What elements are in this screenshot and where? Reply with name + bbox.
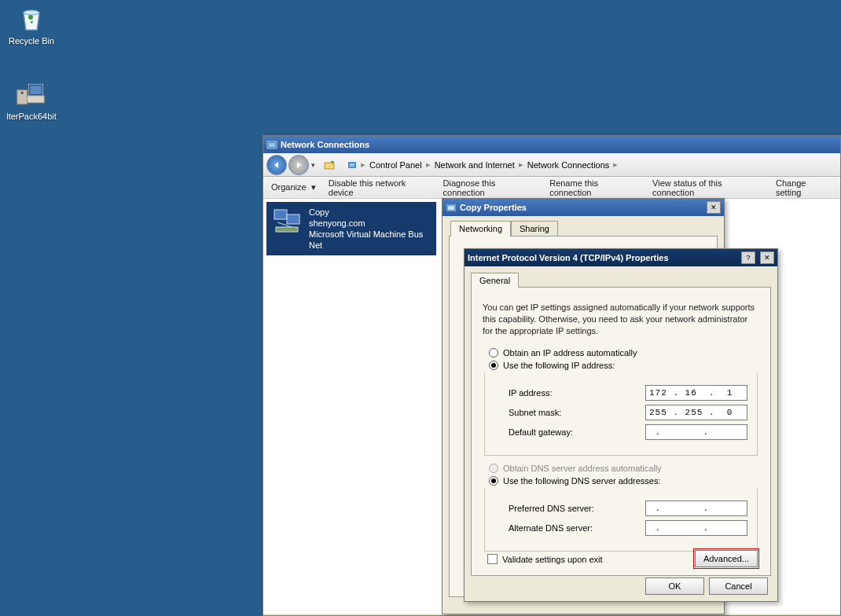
- ip-fieldset: IP address: Subnet mask: Default gateway…: [484, 373, 758, 456]
- tab-general[interactable]: General: [471, 273, 519, 288]
- close-button[interactable]: ✕: [707, 201, 721, 214]
- titlebar[interactable]: Network Connections: [263, 136, 840, 153]
- radio-obtain-ip-auto[interactable]: Obtain an IP address automatically: [489, 348, 759, 358]
- radio-icon: [489, 476, 498, 486]
- nav-toolbar: ▾ ▸ Control Panel ▸ Network and Internet…: [263, 153, 840, 177]
- titlebar[interactable]: Internet Protocol Version 4 (TCP/IPv4) P…: [465, 249, 777, 266]
- ip-address-label: IP address:: [509, 388, 552, 398]
- tab-strip: General: [471, 273, 771, 288]
- change-settings-cmd[interactable]: Change setting: [776, 178, 832, 197]
- command-bar: Organize ▾ Disable this network device D…: [263, 177, 840, 199]
- history-dropdown-icon[interactable]: ▾: [311, 161, 315, 169]
- svg-rect-10: [350, 163, 354, 167]
- svg-rect-11: [274, 210, 287, 219]
- diagnose-cmd[interactable]: Diagnose this connection: [443, 178, 538, 197]
- radio-use-dns[interactable]: Use the following DNS server addresses:: [489, 476, 759, 486]
- tab-networking[interactable]: Networking: [450, 221, 511, 236]
- radio-use-ip[interactable]: Use the following IP address:: [489, 361, 759, 370]
- breadcrumb-segment[interactable]: Network Connections: [525, 159, 612, 171]
- svg-rect-7: [269, 143, 275, 147]
- desktop-icon-label: Recycle Bin: [4, 36, 59, 46]
- subnet-mask-label: Subnet mask:: [509, 408, 561, 417]
- folder-up-icon[interactable]: [323, 158, 337, 172]
- tab-sharing[interactable]: Sharing: [511, 221, 558, 236]
- window-title: Copy Properties: [460, 203, 702, 212]
- breadcrumb-segment[interactable]: Network and Internet: [432, 159, 517, 171]
- svg-rect-13: [276, 227, 298, 232]
- breadcrumb-segment[interactable]: Control Panel: [367, 159, 424, 171]
- svg-rect-15: [448, 206, 454, 210]
- close-button[interactable]: ✕: [760, 251, 774, 264]
- connection-domain: shenyong.com: [309, 218, 430, 229]
- dns-fieldset: Preferred DNS server: Alternate DNS serv…: [484, 489, 758, 552]
- back-button[interactable]: [266, 155, 287, 175]
- checkbox-icon: [487, 554, 498, 564]
- tab-strip: Networking Sharing: [450, 221, 724, 236]
- window-title: Network Connections: [281, 140, 837, 149]
- view-status-cmd[interactable]: View status of this connection: [652, 178, 763, 197]
- desktop-icon-recycle-bin[interactable]: Recycle Bin: [4, 3, 59, 46]
- radio-icon: [489, 348, 498, 358]
- alternate-dns-input[interactable]: [645, 520, 747, 536]
- connection-item[interactable]: Copy shenyong.com Microsoft Virtual Mach…: [266, 202, 436, 255]
- forward-button[interactable]: [288, 155, 309, 175]
- general-panel: You can get IP settings assigned automat…: [471, 287, 771, 576]
- organize-menu[interactable]: Organize ▾: [271, 182, 316, 192]
- breadcrumb: ▸ Control Panel ▸ Network and Internet ▸…: [347, 159, 618, 171]
- validate-checkbox-row[interactable]: Validate settings upon exit: [487, 554, 603, 564]
- svg-point-0: [24, 10, 39, 15]
- radio-obtain-dns-auto: Obtain DNS server address automatically: [489, 464, 759, 473]
- connection-name: Copy: [309, 207, 430, 218]
- recycle-bin-icon: [16, 3, 47, 35]
- computer-icon: [16, 79, 47, 110]
- connection-adapter: Microsoft Virtual Machine Bus Net: [309, 229, 430, 251]
- radio-icon: [489, 361, 498, 370]
- subnet-mask-input[interactable]: [645, 405, 747, 420]
- cancel-button[interactable]: Cancel: [709, 578, 768, 595]
- svg-rect-2: [30, 86, 42, 94]
- dialog-buttons: OK Cancel: [645, 578, 768, 595]
- svg-rect-12: [287, 214, 299, 224]
- window-title: Internet Protocol Version 4 (TCP/IPv4) P…: [468, 253, 736, 262]
- description-text: You can get IP settings assigned automat…: [483, 302, 759, 337]
- desktop-icon-label: lterPack64bit: [4, 112, 59, 121]
- close-icon: ✕: [764, 254, 770, 262]
- window-icon: [446, 202, 457, 213]
- svg-point-5: [20, 91, 24, 94]
- ip-address-input[interactable]: [645, 385, 747, 401]
- advanced-button[interactable]: Advanced...: [695, 550, 758, 567]
- svg-rect-3: [26, 96, 45, 103]
- window-icon: [266, 139, 277, 150]
- rename-cmd[interactable]: Rename this connection: [549, 178, 640, 197]
- desktop-icon-filterpack[interactable]: lterPack64bit: [4, 79, 59, 121]
- titlebar[interactable]: Copy Properties ✕: [443, 199, 724, 216]
- ipv4-properties-window: Internet Protocol Version 4 (TCP/IPv4) P…: [464, 248, 778, 602]
- preferred-dns-input[interactable]: [645, 500, 747, 516]
- close-icon: ✕: [711, 204, 717, 211]
- radio-icon: [489, 464, 498, 473]
- default-gateway-input[interactable]: [645, 424, 747, 440]
- alternate-dns-label: Alternate DNS server:: [509, 523, 593, 533]
- preferred-dns-label: Preferred DNS server:: [509, 504, 594, 513]
- help-icon: ?: [746, 254, 750, 262]
- network-adapter-icon: [273, 207, 301, 235]
- disable-device-cmd[interactable]: Disable this network device: [329, 178, 431, 197]
- breadcrumb-icon: [347, 159, 359, 171]
- help-button[interactable]: ?: [741, 251, 755, 264]
- default-gateway-label: Default gateway:: [509, 427, 573, 437]
- ok-button[interactable]: OK: [645, 578, 704, 595]
